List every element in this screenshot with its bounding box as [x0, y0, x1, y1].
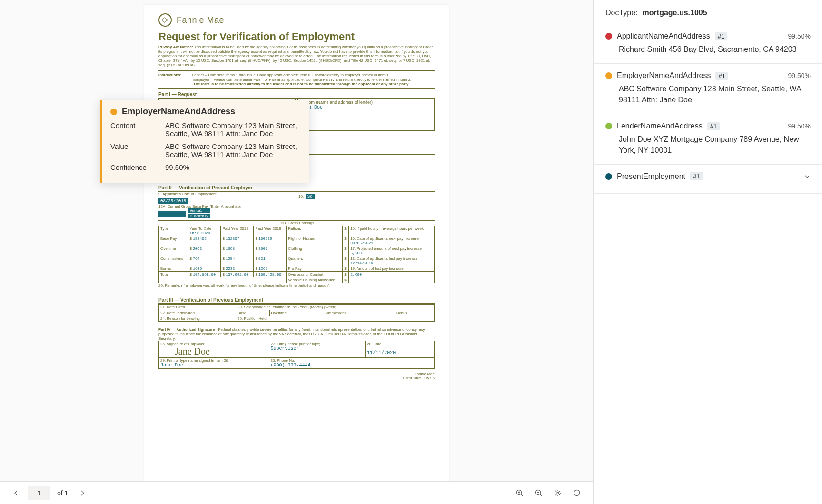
propay: Pro Pay	[287, 266, 343, 271]
document-pane: Fannie Mae Request for Verification of E…	[0, 0, 594, 504]
part4-title: Part IV — Authorized Signature	[158, 327, 215, 332]
f29-val: Jane Doe	[160, 363, 183, 368]
monthly-tag: Monthly	[194, 214, 208, 218]
f23-comm: Commissions	[324, 311, 347, 315]
field-index-badge: #1	[715, 72, 728, 80]
f23-ot: Overtime	[271, 311, 287, 315]
f21: 21. Date Hired	[160, 305, 185, 309]
document-page: Fannie Mae Request for Verification of E…	[144, 5, 449, 481]
total-ytd: 154,895.00	[193, 272, 216, 277]
f15: 15. If paid hourly – average hours per w…	[349, 226, 435, 236]
document-scroll[interactable]: Fannie Mae Request for Verification of E…	[0, 0, 593, 481]
instructions-bold: The form is to be transmitted directly t…	[193, 82, 409, 86]
f30: 30. Phone No.	[271, 358, 295, 363]
row-bonus: Bonus	[159, 266, 188, 271]
document-title: Request for Verification of Employment	[158, 30, 435, 43]
flight: Flight or Hazard	[287, 236, 343, 246]
tooltip-title: EmployerNameAndAddress	[122, 107, 235, 117]
f20: 20. Remarks (If employee was off work fo…	[158, 283, 435, 288]
total-p2: 105,428.00	[258, 272, 281, 277]
varhousing: Variable Housing Allowance	[287, 277, 343, 283]
base-p1: 132507	[226, 237, 239, 241]
doctype-value: mortgage.us.1005	[643, 9, 707, 17]
fit-width-button[interactable]	[550, 485, 565, 501]
annual-amount: $ 154,895	[158, 211, 186, 217]
doctype-label: DocType:	[605, 9, 638, 17]
quarters: Quarters	[287, 256, 343, 266]
result-field[interactable]: PresentEmployment#1	[594, 165, 822, 194]
footer2: Form 1005 July 96	[403, 376, 435, 380]
prev-page-button[interactable]	[9, 485, 24, 501]
field-value: ABC Software Company 123 Main Street, Se…	[605, 84, 811, 105]
thru: Thru 2020	[189, 231, 210, 235]
col-past2: Past Year 2018	[254, 226, 287, 236]
f19: 19. Amount of last pay increase	[350, 267, 404, 271]
brand-name: Fannie Mae	[177, 15, 224, 25]
part2-title: Part II — Verification of Present Employ…	[158, 185, 435, 192]
doctype-row: DocType: mortgage.us.1005	[594, 0, 822, 24]
comm-p1: 1254	[226, 257, 235, 261]
result-field[interactable]: ApplicantNameAndAddress#199.50%Richard S…	[594, 24, 822, 64]
footer1: Fannie Mae	[415, 372, 435, 376]
tooltip-content-val: ABC Software Company 123 Main Street, Se…	[165, 121, 301, 138]
f26: 26. Signature of Employer	[160, 342, 205, 346]
row-ot: Overtime	[159, 246, 188, 256]
lender-name: John Doe	[300, 105, 432, 110]
next-page-button[interactable]	[75, 485, 90, 501]
f17: 17. Projected amount of next pay increas…	[350, 247, 422, 251]
results-pane: DocType: mortgage.us.1005 ApplicantNameA…	[594, 0, 822, 504]
privacy-label: Privacy Act Notice:	[158, 45, 193, 49]
signature-employer: Jane Doe	[160, 346, 210, 356]
col-ytd: Year To Date	[189, 227, 211, 231]
field-confidence: 99.50%	[788, 32, 811, 40]
bonus-p1: 2233	[226, 267, 235, 271]
f30-val: (900) 333-4444	[271, 363, 311, 368]
earnings-table: Type Year To DateThru 2020 Past Year 201…	[158, 226, 435, 283]
f23: 23. Salary/Wage at Termination Per (Year…	[238, 305, 336, 309]
f23-bonus: Bonus	[396, 311, 407, 315]
page-input[interactable]	[28, 486, 50, 500]
rations: Rations	[287, 226, 343, 236]
tooltip-color-dot	[110, 109, 117, 115]
f28-val: 11/11/2020	[367, 350, 396, 356]
instructions-employer: Employer – Please complete either Part I…	[193, 78, 411, 82]
zoom-out-button[interactable]	[531, 485, 546, 501]
tooltip-confidence-val: 99.50%	[165, 163, 301, 171]
overseas: Overseas or Combat	[287, 271, 343, 277]
bonus-p2: 1261	[258, 267, 267, 271]
result-field[interactable]: LenderNameAndAddress#199.50%John Doe XYZ…	[594, 114, 822, 165]
field10-val: So	[306, 194, 315, 199]
field-name: EmployerNameAndAddress	[617, 71, 711, 80]
svg-point-2	[557, 492, 559, 494]
row-comm: Commissions	[159, 256, 188, 266]
fanniemae-logo-icon	[158, 13, 172, 27]
f24: 24. Reason for Leaving	[160, 316, 200, 321]
field-value: Richard Smith 456 Bay Blvd, Sacramento, …	[605, 44, 811, 55]
row-total: Total	[159, 271, 188, 277]
field-color-dot	[605, 72, 612, 79]
chevron-down-icon[interactable]	[804, 173, 811, 180]
comm-ytd: 764	[193, 257, 199, 261]
f27-val: Supervisor	[271, 346, 299, 351]
field-index-badge: #1	[715, 32, 727, 40]
tooltip-confidence-label: Confidence	[110, 163, 165, 171]
annual-tag: Annual	[188, 208, 210, 213]
tooltip-value-val: ABC Software Company 123 Main Street, Se…	[165, 142, 301, 158]
field-confidence: 99.50%	[788, 72, 811, 79]
field-index-badge: #1	[690, 172, 703, 180]
total-p1: 137,692.00	[226, 272, 248, 277]
f29: 29. Print or type name signed in Item 26	[160, 358, 228, 363]
ot-p2: 3007	[258, 247, 267, 251]
result-field[interactable]: EmployerNameAndAddress#199.50%ABC Softwa…	[594, 64, 822, 114]
row-base: Base Pay	[159, 236, 188, 246]
field-color-dot	[605, 123, 612, 129]
field9-val: 08/25/2018	[158, 198, 188, 204]
zoom-in-button[interactable]	[512, 485, 527, 501]
field-index-badge: #1	[707, 122, 720, 130]
toolbar: of 1	[0, 481, 593, 504]
rotate-button[interactable]	[569, 485, 584, 501]
part3-title: Part III — Verification of Previous Empl…	[158, 297, 435, 304]
f25: 25. Position Held	[238, 316, 266, 321]
f19-val: 2,600	[350, 272, 362, 277]
f28: 28. Date	[367, 342, 381, 346]
